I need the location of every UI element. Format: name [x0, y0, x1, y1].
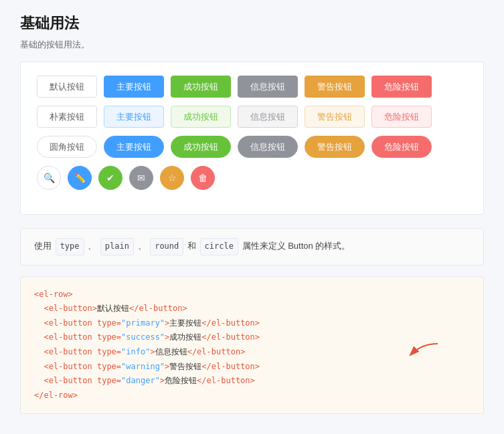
- btn-plain-warning[interactable]: 警告按钮: [305, 106, 365, 128]
- message-icon: ✉: [137, 173, 145, 183]
- search-icon: 🔍: [44, 173, 55, 183]
- code-line-2: <el-button>默认按钮</el-button>: [34, 302, 470, 316]
- btn-default[interactable]: 默认按钮: [37, 76, 97, 98]
- btn-round-danger[interactable]: 危险按钮: [371, 136, 432, 158]
- btn-circle-edit[interactable]: ✏️: [68, 166, 92, 190]
- code-line-7: <el-button type="danger">危险按钮</el-button…: [34, 374, 470, 389]
- demo-card: 默认按钮 主要按钮 成功按钮 信息按钮 警告按钮 危险按钮 朴素按钮 主要按钮 …: [20, 62, 484, 215]
- btn-circle-search[interactable]: 🔍: [37, 166, 61, 190]
- btn-round-primary[interactable]: 主要按钮: [104, 136, 164, 158]
- btn-warning[interactable]: 警告按钮: [305, 76, 365, 98]
- code-line-8: </el-row>: [34, 389, 470, 403]
- btn-round-warning[interactable]: 警告按钮: [305, 136, 365, 158]
- code-line-3: <el-button type="primary">主要按钮</el-butto…: [34, 316, 470, 331]
- btn-primary[interactable]: 主要按钮: [104, 76, 164, 98]
- desc-sep3: 和: [187, 241, 199, 251]
- page-subtitle: 基础的按钮用法。: [20, 39, 484, 51]
- code-plain: plain: [100, 238, 134, 255]
- code-circle: circle: [200, 238, 238, 255]
- edit-icon: ✏️: [74, 173, 86, 183]
- btn-circle-check[interactable]: ✔: [98, 166, 122, 190]
- button-row-circle: 🔍 ✏️ ✔ ✉ ☆ 🗑: [37, 166, 467, 190]
- btn-success[interactable]: 成功按钮: [171, 76, 231, 98]
- button-row-normal: 默认按钮 主要按钮 成功按钮 信息按钮 警告按钮 危险按钮: [37, 76, 467, 98]
- btn-round-info[interactable]: 信息按钮: [238, 136, 298, 158]
- btn-round-success[interactable]: 成功按钮: [171, 136, 231, 158]
- star-icon: ☆: [168, 173, 177, 183]
- btn-round-default[interactable]: 圆角按钮: [37, 136, 97, 158]
- btn-circle-message[interactable]: ✉: [129, 166, 153, 190]
- button-row-round: 圆角按钮 主要按钮 成功按钮 信息按钮 警告按钮 危险按钮: [37, 136, 467, 158]
- desc-text-pre: 使用: [34, 241, 52, 251]
- btn-danger[interactable]: 危险按钮: [371, 76, 432, 98]
- description-box: 使用 type 、 plain 、 round 和 circle 属性来定义 B…: [20, 228, 484, 265]
- page-title: 基础用法: [20, 13, 484, 33]
- code-type: type: [56, 238, 84, 255]
- delete-icon: 🗑: [198, 173, 207, 183]
- check-icon: ✔: [106, 173, 114, 183]
- btn-plain-danger[interactable]: 危险按钮: [371, 106, 432, 128]
- desc-text-post: 属性来定义 Button 的样式。: [242, 241, 351, 251]
- desc-sep1: 、: [88, 241, 96, 251]
- btn-plain-primary[interactable]: 主要按钮: [104, 106, 164, 128]
- code-round: round: [150, 238, 183, 255]
- btn-circle-delete[interactable]: 🗑: [191, 166, 215, 190]
- btn-circle-star[interactable]: ☆: [160, 166, 184, 190]
- code-block: <el-row> <el-button>默认按钮</el-button> <el…: [20, 276, 484, 415]
- btn-plain-default[interactable]: 朴素按钮: [37, 106, 97, 128]
- button-row-plain: 朴素按钮 主要按钮 成功按钮 信息按钮 警告按钮 危险按钮: [37, 106, 467, 128]
- btn-plain-info[interactable]: 信息按钮: [238, 106, 298, 128]
- desc-sep2: 、: [138, 241, 147, 251]
- code-line-1: <el-row>: [34, 288, 470, 302]
- btn-plain-success[interactable]: 成功按钮: [171, 106, 231, 128]
- arrow-indicator: [390, 338, 443, 370]
- btn-info[interactable]: 信息按钮: [238, 76, 298, 98]
